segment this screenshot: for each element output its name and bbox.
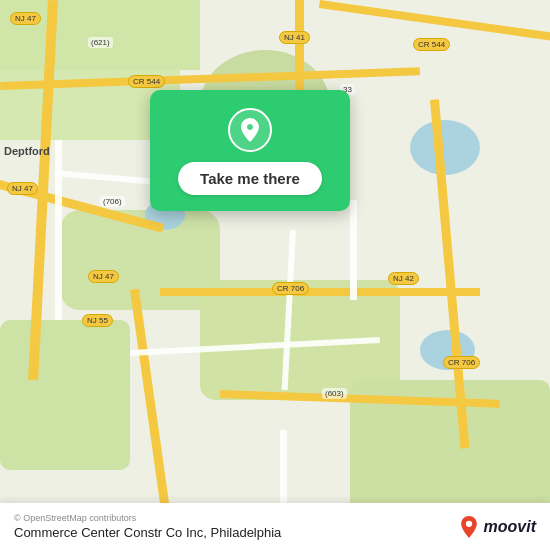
map-container: Deptford NJ 47 NJ 47 NJ 47 NJ 55 NJ 41 N… <box>0 0 550 550</box>
moovit-pin-icon <box>458 516 480 538</box>
road-local-4 <box>350 200 357 300</box>
water-1 <box>410 120 480 175</box>
svg-point-1 <box>465 520 471 526</box>
copyright-text: © OpenStreetMap contributors <box>14 513 281 523</box>
road-local-1 <box>55 140 62 320</box>
location-name: Commerce Center Constr Co Inc, Philadelp… <box>14 525 281 540</box>
moovit-logo: moovit <box>458 516 536 538</box>
water-4 <box>420 330 475 370</box>
moovit-text-label: moovit <box>484 518 536 536</box>
green-area-7 <box>0 320 130 470</box>
bottom-bar: © OpenStreetMap contributors Commerce Ce… <box>0 503 550 550</box>
popup-card[interactable]: Take me there <box>150 90 350 211</box>
green-area-2 <box>0 0 200 70</box>
road-cr706-h <box>160 288 480 296</box>
location-pin-icon <box>228 108 272 152</box>
bottom-bar-info: © OpenStreetMap contributors Commerce Ce… <box>14 513 281 540</box>
take-me-there-button[interactable]: Take me there <box>178 162 322 195</box>
